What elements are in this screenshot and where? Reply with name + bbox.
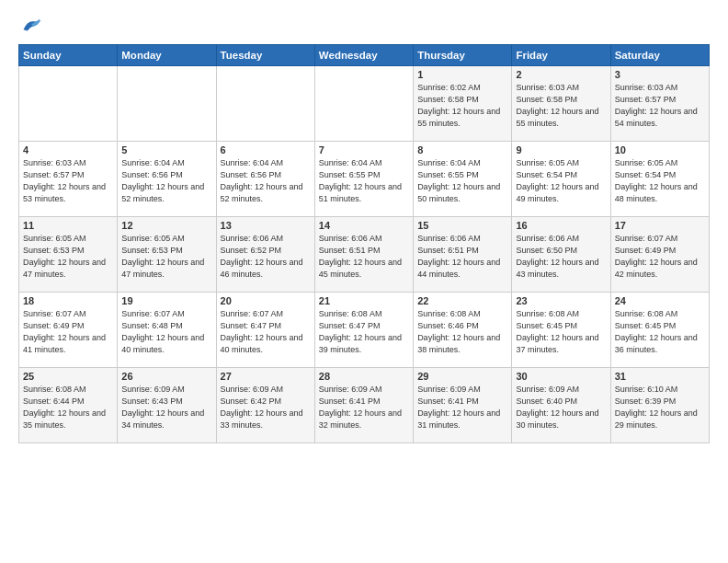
- cell-sun-info: Sunrise: 6:07 AMSunset: 6:49 PMDaylight:…: [615, 233, 705, 281]
- calendar-cell: 28 Sunrise: 6:09 AMSunset: 6:41 PMDaylig…: [314, 368, 413, 443]
- day-number: 16: [516, 220, 606, 231]
- calendar-cell: 22 Sunrise: 6:08 AMSunset: 6:46 PMDaylig…: [414, 293, 512, 368]
- cell-sun-info: Sunrise: 6:09 AMSunset: 6:41 PMDaylight:…: [319, 384, 409, 431]
- header: [18, 15, 710, 35]
- cell-sun-info: Sunrise: 6:06 AMSunset: 6:51 PMDaylight:…: [319, 233, 409, 281]
- cell-sun-info: Sunrise: 6:07 AMSunset: 6:47 PMDaylight:…: [221, 308, 311, 356]
- calendar-cell: 7 Sunrise: 6:04 AMSunset: 6:55 PMDayligh…: [314, 142, 413, 217]
- cell-sun-info: Sunrise: 6:03 AMSunset: 6:57 PMDaylight:…: [23, 157, 113, 205]
- calendar-cell: 14 Sunrise: 6:06 AMSunset: 6:51 PMDaylig…: [314, 217, 413, 293]
- weekday-header-sunday: Sunday: [19, 45, 118, 66]
- day-number: 12: [121, 220, 211, 231]
- cell-sun-info: Sunrise: 6:04 AMSunset: 6:56 PMDaylight:…: [221, 157, 311, 205]
- calendar-cell: 8 Sunrise: 6:04 AMSunset: 6:55 PMDayligh…: [414, 142, 512, 217]
- cell-sun-info: Sunrise: 6:03 AMSunset: 6:58 PMDaylight:…: [516, 82, 606, 130]
- calendar-cell: 12 Sunrise: 6:05 AMSunset: 6:53 PMDaylig…: [118, 217, 216, 293]
- calendar-cell: [216, 66, 314, 142]
- day-number: 28: [319, 371, 409, 382]
- day-number: 21: [319, 295, 409, 306]
- cell-sun-info: Sunrise: 6:04 AMSunset: 6:55 PMDaylight:…: [417, 157, 507, 205]
- day-number: 17: [615, 220, 705, 231]
- day-number: 2: [516, 69, 606, 80]
- calendar-cell: 24 Sunrise: 6:08 AMSunset: 6:45 PMDaylig…: [610, 293, 709, 368]
- logo-area: [18, 15, 44, 35]
- cell-sun-info: Sunrise: 6:05 AMSunset: 6:54 PMDaylight:…: [615, 157, 705, 205]
- calendar-cell: 20 Sunrise: 6:07 AMSunset: 6:47 PMDaylig…: [216, 293, 314, 368]
- day-number: 8: [417, 144, 507, 155]
- calendar-cell: 25 Sunrise: 6:08 AMSunset: 6:44 PMDaylig…: [19, 368, 118, 443]
- calendar-cell: 4 Sunrise: 6:03 AMSunset: 6:57 PMDayligh…: [19, 142, 118, 217]
- calendar-cell: 18 Sunrise: 6:07 AMSunset: 6:49 PMDaylig…: [19, 293, 118, 368]
- logo: [18, 15, 44, 35]
- calendar-cell: 23 Sunrise: 6:08 AMSunset: 6:45 PMDaylig…: [512, 293, 610, 368]
- cell-sun-info: Sunrise: 6:08 AMSunset: 6:44 PMDaylight:…: [23, 384, 113, 431]
- day-number: 5: [121, 144, 211, 155]
- cell-sun-info: Sunrise: 6:08 AMSunset: 6:46 PMDaylight:…: [417, 308, 507, 356]
- calendar-cell: 11 Sunrise: 6:05 AMSunset: 6:53 PMDaylig…: [19, 217, 118, 293]
- calendar-cell: 27 Sunrise: 6:09 AMSunset: 6:42 PMDaylig…: [216, 368, 314, 443]
- day-number: 10: [615, 144, 705, 155]
- week-row-4: 18 Sunrise: 6:07 AMSunset: 6:49 PMDaylig…: [19, 293, 710, 368]
- cell-sun-info: Sunrise: 6:05 AMSunset: 6:54 PMDaylight:…: [516, 157, 606, 205]
- calendar-table: SundayMondayTuesdayWednesdayThursdayFrid…: [18, 44, 710, 443]
- day-number: 29: [417, 371, 507, 382]
- cell-sun-info: Sunrise: 6:08 AMSunset: 6:45 PMDaylight:…: [615, 308, 705, 356]
- cell-sun-info: Sunrise: 6:07 AMSunset: 6:49 PMDaylight:…: [23, 308, 113, 356]
- calendar-cell: 3 Sunrise: 6:03 AMSunset: 6:57 PMDayligh…: [610, 66, 709, 142]
- week-row-2: 4 Sunrise: 6:03 AMSunset: 6:57 PMDayligh…: [19, 142, 710, 217]
- calendar-cell: [314, 66, 413, 142]
- week-row-3: 11 Sunrise: 6:05 AMSunset: 6:53 PMDaylig…: [19, 217, 710, 293]
- calendar-cell: 10 Sunrise: 6:05 AMSunset: 6:54 PMDaylig…: [610, 142, 709, 217]
- day-number: 20: [221, 295, 311, 306]
- cell-sun-info: Sunrise: 6:06 AMSunset: 6:52 PMDaylight:…: [221, 233, 311, 281]
- cell-sun-info: Sunrise: 6:09 AMSunset: 6:43 PMDaylight:…: [121, 384, 211, 431]
- day-number: 11: [23, 220, 113, 231]
- day-number: 25: [23, 371, 113, 382]
- cell-sun-info: Sunrise: 6:05 AMSunset: 6:53 PMDaylight:…: [23, 233, 113, 281]
- day-number: 14: [319, 220, 409, 231]
- calendar-cell: 5 Sunrise: 6:04 AMSunset: 6:56 PMDayligh…: [118, 142, 216, 217]
- cell-sun-info: Sunrise: 6:04 AMSunset: 6:55 PMDaylight:…: [319, 157, 409, 205]
- day-number: 22: [417, 295, 507, 306]
- calendar-cell: 1 Sunrise: 6:02 AMSunset: 6:58 PMDayligh…: [414, 66, 512, 142]
- calendar-cell: 26 Sunrise: 6:09 AMSunset: 6:43 PMDaylig…: [118, 368, 216, 443]
- calendar-cell: 31 Sunrise: 6:10 AMSunset: 6:39 PMDaylig…: [610, 368, 709, 443]
- weekday-header-tuesday: Tuesday: [216, 45, 314, 66]
- calendar-cell: 30 Sunrise: 6:09 AMSunset: 6:40 PMDaylig…: [512, 368, 610, 443]
- weekday-header-wednesday: Wednesday: [314, 45, 413, 66]
- day-number: 15: [417, 220, 507, 231]
- page: SundayMondayTuesdayWednesdayThursdayFrid…: [0, 0, 728, 453]
- cell-sun-info: Sunrise: 6:08 AMSunset: 6:45 PMDaylight:…: [516, 308, 606, 356]
- calendar-cell: 16 Sunrise: 6:06 AMSunset: 6:50 PMDaylig…: [512, 217, 610, 293]
- cell-sun-info: Sunrise: 6:08 AMSunset: 6:47 PMDaylight:…: [319, 308, 409, 356]
- cell-sun-info: Sunrise: 6:09 AMSunset: 6:41 PMDaylight:…: [417, 384, 507, 431]
- day-number: 4: [23, 144, 113, 155]
- day-number: 24: [615, 295, 705, 306]
- cell-sun-info: Sunrise: 6:10 AMSunset: 6:39 PMDaylight:…: [615, 384, 705, 431]
- cell-sun-info: Sunrise: 6:06 AMSunset: 6:51 PMDaylight:…: [417, 233, 507, 281]
- weekday-header-thursday: Thursday: [414, 45, 512, 66]
- day-number: 27: [221, 371, 311, 382]
- cell-sun-info: Sunrise: 6:05 AMSunset: 6:53 PMDaylight:…: [121, 233, 211, 281]
- calendar-cell: 15 Sunrise: 6:06 AMSunset: 6:51 PMDaylig…: [414, 217, 512, 293]
- calendar-cell: 19 Sunrise: 6:07 AMSunset: 6:48 PMDaylig…: [118, 293, 216, 368]
- calendar-cell: [19, 66, 118, 142]
- day-number: 7: [319, 144, 409, 155]
- day-number: 30: [516, 371, 606, 382]
- cell-sun-info: Sunrise: 6:06 AMSunset: 6:50 PMDaylight:…: [516, 233, 606, 281]
- week-row-1: 1 Sunrise: 6:02 AMSunset: 6:58 PMDayligh…: [19, 66, 710, 142]
- day-number: 6: [221, 144, 311, 155]
- logo-bird-icon: [22, 15, 42, 35]
- cell-sun-info: Sunrise: 6:03 AMSunset: 6:57 PMDaylight:…: [615, 82, 705, 130]
- cell-sun-info: Sunrise: 6:04 AMSunset: 6:56 PMDaylight:…: [121, 157, 211, 205]
- cell-sun-info: Sunrise: 6:02 AMSunset: 6:58 PMDaylight:…: [417, 82, 507, 130]
- calendar-cell: 6 Sunrise: 6:04 AMSunset: 6:56 PMDayligh…: [216, 142, 314, 217]
- calendar-cell: 2 Sunrise: 6:03 AMSunset: 6:58 PMDayligh…: [512, 66, 610, 142]
- calendar-cell: 17 Sunrise: 6:07 AMSunset: 6:49 PMDaylig…: [610, 217, 709, 293]
- cell-sun-info: Sunrise: 6:09 AMSunset: 6:40 PMDaylight:…: [516, 384, 606, 431]
- weekday-header-row: SundayMondayTuesdayWednesdayThursdayFrid…: [19, 45, 710, 66]
- week-row-5: 25 Sunrise: 6:08 AMSunset: 6:44 PMDaylig…: [19, 368, 710, 443]
- day-number: 9: [516, 144, 606, 155]
- weekday-header-friday: Friday: [512, 45, 610, 66]
- day-number: 1: [417, 69, 507, 80]
